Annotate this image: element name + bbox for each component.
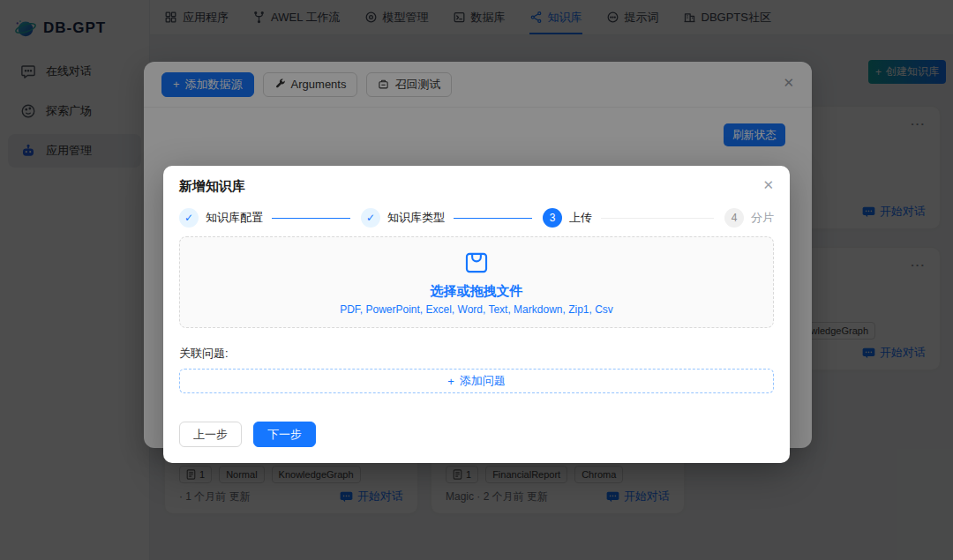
- related-questions-label: 关联问题:: [179, 346, 774, 362]
- plus-icon: +: [447, 375, 454, 388]
- wizard-header: 新增知识库 ✕: [179, 176, 774, 196]
- upload-formats: PDF, PowerPoint, Excel, Word, Text, Mark…: [340, 303, 613, 316]
- step-connector: [272, 218, 350, 219]
- step-number: 3: [543, 208, 562, 228]
- previous-step-button[interactable]: 上一步: [179, 422, 242, 447]
- step-connector: [454, 218, 532, 219]
- add-question-button[interactable]: + 添加问题: [179, 369, 774, 393]
- next-step-button[interactable]: 下一步: [253, 422, 316, 447]
- wizard-steps: ✓ 知识库配置 ✓ 知识库类型 3 上传 4 分片: [179, 208, 774, 228]
- file-upload-dropzone[interactable]: 选择或拖拽文件 PDF, PowerPoint, Excel, Word, Te…: [179, 236, 774, 328]
- step-check-icon: ✓: [179, 208, 199, 228]
- step-connector: [601, 218, 714, 219]
- wizard-title: 新增知识库: [179, 178, 245, 195]
- upload-title: 选择或拖拽文件: [431, 283, 523, 300]
- step-knowledge-type: ✓ 知识库类型: [361, 208, 543, 228]
- step-upload: 3 上传: [543, 208, 724, 228]
- close-icon[interactable]: ✕: [762, 177, 774, 193]
- screen: DB-GPT 在线对话: [0, 0, 953, 560]
- new-knowledge-wizard-modal: 新增知识库 ✕ ✓ 知识库配置 ✓ 知识库类型 3 上传 4 分片: [163, 166, 790, 463]
- step-number: 4: [724, 208, 744, 228]
- step-slicing: 4 分片: [724, 208, 774, 228]
- inbox-upload-icon: [462, 250, 491, 276]
- step-knowledge-config: ✓ 知识库配置: [179, 208, 361, 228]
- step-check-icon: ✓: [361, 208, 380, 228]
- wizard-footer: 上一步 下一步: [179, 422, 774, 447]
